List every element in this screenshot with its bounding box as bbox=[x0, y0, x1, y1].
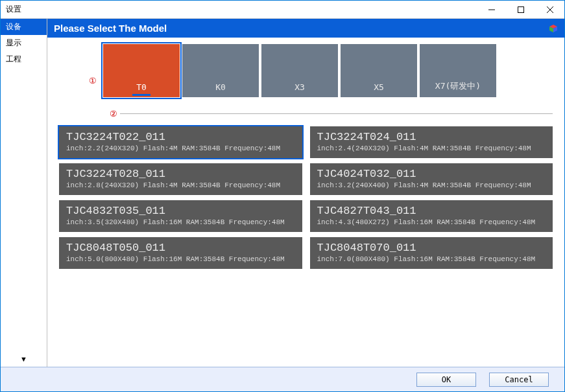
main-header-title: Please Select The Model bbox=[54, 23, 167, 34]
model-name: TJC3224T024_011 bbox=[317, 131, 546, 143]
series-tab-T0[interactable]: T0 bbox=[103, 44, 180, 97]
model-specs: inch:5.0(800X480) Flash:16M RAM:3584B Fr… bbox=[66, 255, 295, 263]
model-card[interactable]: TJC4024T032_011inch:3.2(240X400) Flash:4… bbox=[310, 163, 553, 195]
model-card[interactable]: TJC8048T050_011inch:5.0(800X480) Flash:1… bbox=[59, 237, 302, 269]
model-specs: inch:2.4(240X320) Flash:4M RAM:3584B Fre… bbox=[317, 144, 546, 152]
maximize-button[interactable] bbox=[506, 1, 535, 19]
minimize-button[interactable] bbox=[477, 1, 506, 19]
svg-rect-1 bbox=[518, 6, 523, 12]
model-name: TJC8048T070_011 bbox=[317, 242, 546, 254]
annotation-2: ② bbox=[59, 109, 120, 119]
cancel-button[interactable]: Cancel bbox=[489, 373, 549, 387]
model-card[interactable]: TJC8048T070_011inch:7.0(800X480) Flash:1… bbox=[310, 237, 553, 269]
title-bar: 设置 bbox=[1, 1, 564, 19]
model-specs: inch:3.2(240X400) Flash:4M RAM:3584B Fre… bbox=[317, 181, 546, 189]
sidebar: 设备显示工程 ▼ bbox=[1, 19, 47, 367]
model-card[interactable]: TJC4827T043_011inch:4.3(480X272) Flash:1… bbox=[310, 200, 553, 232]
annotation-1: ① bbox=[59, 76, 103, 86]
series-tab-K0[interactable]: K0 bbox=[182, 44, 259, 97]
main-header: Please Select The Model bbox=[47, 19, 564, 38]
model-card[interactable]: TJC3224T028_011inch:2.8(240X320) Flash:4… bbox=[59, 163, 302, 195]
model-name: TJC4024T032_011 bbox=[317, 168, 546, 180]
maximize-icon bbox=[518, 6, 524, 13]
series-tab-X3[interactable]: X3 bbox=[261, 44, 338, 97]
sidebar-expand-arrow[interactable]: ▼ bbox=[1, 351, 47, 367]
model-card[interactable]: TJC4832T035_011inch:3.5(320X480) Flash:1… bbox=[59, 200, 302, 232]
series-tab-X7(研发中)[interactable]: X7(研发中) bbox=[420, 44, 496, 97]
model-name: TJC4827T043_011 bbox=[317, 205, 546, 217]
ok-button[interactable]: OK bbox=[416, 373, 476, 387]
sidebar-item-1[interactable]: 显示 bbox=[1, 35, 47, 51]
footer: OK Cancel bbox=[1, 367, 564, 391]
model-card[interactable]: TJC3224T024_011inch:2.4(240X320) Flash:4… bbox=[310, 126, 553, 158]
model-specs: inch:3.5(320X480) Flash:16M RAM:3584B Fr… bbox=[66, 218, 295, 226]
model-name: TJC4832T035_011 bbox=[66, 205, 295, 217]
window-title: 设置 bbox=[1, 4, 21, 15]
models-grid: TJC3224T022_011inch:2.2(240X320) Flash:4… bbox=[59, 126, 553, 269]
model-specs: inch:7.0(800X480) Flash:16M RAM:3584B Fr… bbox=[317, 255, 546, 263]
model-name: TJC3224T022_011 bbox=[66, 131, 295, 143]
model-card[interactable]: TJC3224T022_011inch:2.2(240X320) Flash:4… bbox=[59, 126, 302, 158]
minimize-icon bbox=[488, 6, 495, 13]
model-specs: inch:2.8(240X320) Flash:4M RAM:3584B Fre… bbox=[66, 181, 295, 189]
model-specs: inch:2.2(240X320) Flash:4M RAM:3584B Fre… bbox=[66, 144, 295, 152]
close-button[interactable] bbox=[535, 1, 564, 19]
sidebar-item-2[interactable]: 工程 bbox=[1, 51, 47, 67]
model-name: TJC8048T050_011 bbox=[66, 242, 295, 254]
series-tab-X5[interactable]: X5 bbox=[341, 44, 417, 97]
divider bbox=[120, 113, 553, 114]
close-icon bbox=[547, 6, 553, 13]
cube-icon bbox=[549, 24, 558, 33]
model-name: TJC3224T028_011 bbox=[66, 168, 295, 180]
model-specs: inch:4.3(480X272) Flash:16M RAM:3584B Fr… bbox=[317, 218, 546, 226]
sidebar-item-0[interactable]: 设备 bbox=[1, 19, 47, 35]
series-tabs: T0K0X3X5X7(研发中) bbox=[103, 44, 496, 97]
